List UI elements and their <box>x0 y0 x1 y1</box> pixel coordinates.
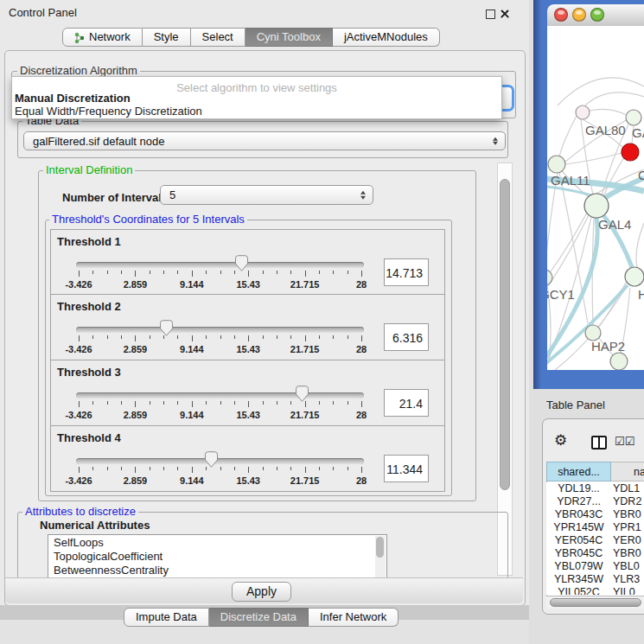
threshold-label: Threshold 4 <box>57 431 121 444</box>
list-scrollbar[interactable] <box>375 536 386 577</box>
close-icon[interactable] <box>499 8 511 20</box>
slider-tick <box>206 401 207 405</box>
tab-select[interactable]: Select <box>191 28 245 47</box>
slider-tick <box>192 467 193 473</box>
graph-node-h[interactable] <box>625 267 644 286</box>
tab-infer-network[interactable]: Infer Network <box>309 608 399 627</box>
slider-tick-label: 15.43 <box>236 410 260 420</box>
table-row[interactable]: YDL19...YDL1 <box>546 482 644 495</box>
graph-edge <box>559 116 577 156</box>
table-row[interactable]: YBL079WYBL0 <box>546 560 644 573</box>
slider-tick <box>121 401 122 405</box>
table-row[interactable]: YDR27...YDR2 <box>546 495 644 508</box>
threshold-value-field[interactable]: 21.4 <box>384 389 429 417</box>
graph-node-unlabeled[interactable] <box>610 353 628 370</box>
threshold-slider-track[interactable] <box>76 262 364 268</box>
tab-label: jActiveMNodules <box>344 29 428 46</box>
graph-node-ga[interactable] <box>626 110 641 125</box>
column-header-name[interactable]: na <box>611 462 644 481</box>
dropdown-item[interactable]: Manual Discretization <box>15 92 131 105</box>
slider-tick-label: 21.715 <box>290 475 320 486</box>
number-of-intervals-combobox[interactable]: 5 <box>160 185 373 205</box>
table-row[interactable]: YBR043CYBR0 <box>546 508 644 521</box>
tab-label: Discretize Data <box>220 609 296 626</box>
table-data-combobox[interactable]: galFiltered.sif default node <box>23 131 506 150</box>
minimize-button[interactable] <box>572 8 586 22</box>
slider-tick <box>92 401 93 405</box>
network-graph: GAL80GACGAL11GAL4GCY1HHAP2 <box>547 26 644 370</box>
slider-tick <box>263 271 264 274</box>
slider-tick <box>263 467 264 470</box>
graph-node-label: GAL4 <box>598 217 631 232</box>
graph-node-gal11[interactable] <box>548 156 565 173</box>
graph-node-c[interactable] <box>622 143 639 161</box>
cell-shared-name: YDL19... <box>546 482 611 495</box>
slider-handle[interactable] <box>235 255 248 274</box>
tab-cyni-toolbox[interactable]: Cyni Toolbox <box>245 28 333 47</box>
tab-network[interactable]: Network <box>62 28 143 47</box>
slider-handle[interactable] <box>296 386 309 405</box>
slider-tick <box>121 335 122 339</box>
graph-node-label: GAL11 <box>551 173 590 188</box>
slider-tick-label: -3.426 <box>65 344 92 354</box>
slider-tick <box>177 467 178 470</box>
cell-shared-name: YBL079W <box>546 560 611 573</box>
slider-tick <box>150 335 150 339</box>
graph-edge <box>558 78 644 105</box>
slider-tick-label: -3.426 <box>65 410 92 420</box>
tab-label: Infer Network <box>320 609 386 626</box>
zoom-button[interactable] <box>590 8 604 22</box>
threshold-panel: Threshold 4-3.4262.8599.14415.4321.71528… <box>50 425 445 492</box>
graph-node-gal4[interactable] <box>584 194 609 218</box>
slider-tick <box>263 401 264 405</box>
cell-shared-name: YBR045C <box>546 547 611 560</box>
threshold-value-field[interactable]: 6.316 <box>384 323 429 351</box>
slider-tick <box>348 401 348 405</box>
close-button[interactable] <box>554 8 568 22</box>
threshold-value-field[interactable]: 14.713 <box>384 258 429 286</box>
table-row[interactable]: YPR145WYPR1 <box>546 521 644 534</box>
dropdown-item[interactable]: Equal Width/Frequency Discretization <box>15 105 202 118</box>
columns-icon[interactable] <box>591 436 607 450</box>
graph-node-gal80[interactable] <box>576 105 590 119</box>
combobox-stepper-icon <box>493 136 499 147</box>
threshold-slider-track[interactable] <box>76 458 364 464</box>
horizontal-scrollbar-thumb[interactable] <box>550 598 641 607</box>
table-row[interactable]: YBR045CYBR0 <box>546 547 644 560</box>
slider-tick <box>290 271 291 274</box>
float-window-icon[interactable] <box>486 10 495 19</box>
slider-tick <box>220 401 221 405</box>
threshold-slider-track[interactable] <box>76 392 364 399</box>
vertical-scrollbar-thumb[interactable] <box>500 179 510 490</box>
tab-discretize-data[interactable]: Discretize Data <box>209 608 309 627</box>
slider-tick-label: -3.426 <box>65 475 92 486</box>
column-header-shared-name[interactable]: shared... <box>546 462 611 481</box>
list-item[interactable]: BetweennessCentrality <box>48 564 386 577</box>
threshold-slider-track[interactable] <box>76 327 364 333</box>
table-row[interactable]: YIL052CYIL0 <box>546 586 644 595</box>
tab-jactivemnodules[interactable]: jActiveMNodules <box>333 28 440 47</box>
gear-icon[interactable]: ⚙ <box>554 433 567 449</box>
cell-name: YLR3 <box>612 573 640 586</box>
slider-handle[interactable] <box>160 320 173 339</box>
tab-impute-data[interactable]: Impute Data <box>124 608 209 627</box>
slider-handle[interactable] <box>205 451 218 470</box>
list-item[interactable]: TopologicalCoefficient <box>48 550 386 563</box>
slider-tick <box>361 335 362 341</box>
table-row[interactable]: YER054CYER0 <box>546 534 644 547</box>
slider-tick <box>348 467 348 470</box>
algorithm-dropdown-popup: Select algorithm to view settings Manual… <box>11 76 502 119</box>
table-panel-title: Table Panel <box>546 399 605 411</box>
select-columns-icon[interactable]: ☑☑ <box>615 435 634 448</box>
network-view-canvas[interactable]: GAL80GACGAL11GAL4GCY1HHAP2 <box>547 26 644 370</box>
slider-tick <box>135 467 136 473</box>
graph-node-gcy1[interactable] <box>547 270 552 285</box>
cell-shared-name: YIL052C <box>546 586 611 595</box>
tab-style[interactable]: Style <box>143 28 191 47</box>
apply-button[interactable]: Apply <box>232 582 291 602</box>
graph-node-label: H <box>638 287 644 302</box>
list-item[interactable]: SelfLoops <box>48 536 386 549</box>
table-row[interactable]: YLR345WYLR3 <box>546 573 644 586</box>
slider-tick <box>150 467 150 470</box>
threshold-value-field[interactable]: 11.344 <box>384 455 429 482</box>
